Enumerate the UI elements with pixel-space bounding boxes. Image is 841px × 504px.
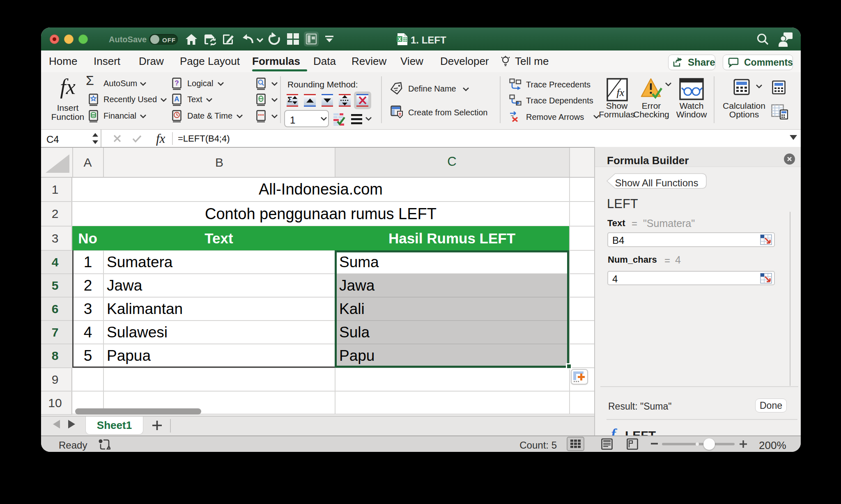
svg-text:A: A <box>174 95 179 103</box>
svg-text:?: ? <box>175 79 179 87</box>
svg-text:fx: fx <box>617 87 625 99</box>
